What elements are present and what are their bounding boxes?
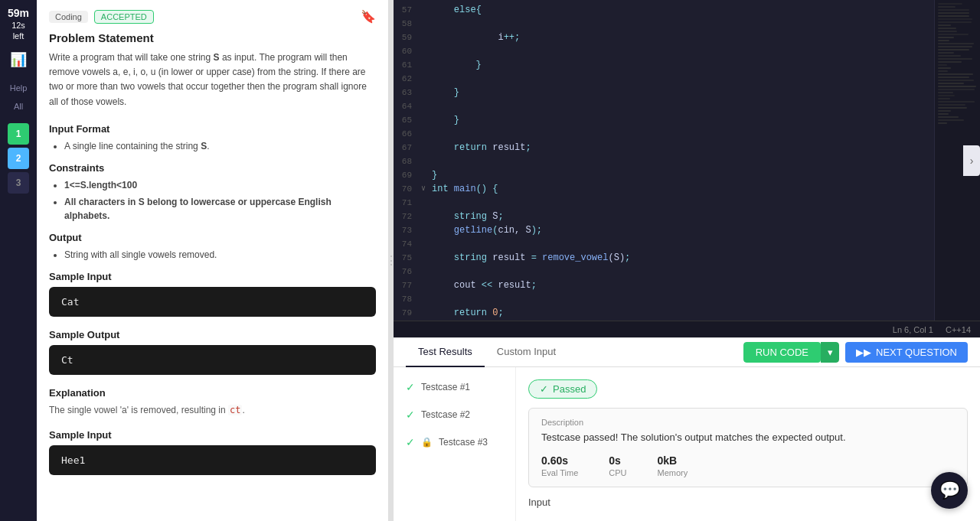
line-content: getline(cin, S); [432, 223, 928, 237]
line-number: 65 [400, 113, 421, 127]
minimap-line [938, 15, 969, 17]
tab-custom-input[interactable]: Custom Input [485, 338, 568, 367]
line-number: 58 [400, 17, 421, 31]
line-number: 79 [400, 306, 421, 320]
memory-value: 0kB [658, 454, 688, 467]
minimap-line [938, 37, 954, 38]
line-number: 64 [400, 99, 421, 113]
minimap-line [938, 28, 956, 29]
accepted-tag: ACCEPTED [94, 10, 154, 24]
input-section-label: Input [528, 497, 968, 508]
line-content: return result; [432, 141, 928, 155]
minimap-line [938, 89, 975, 90]
minimap-line [938, 64, 947, 66]
testcase-item-2[interactable]: ✓ Testcase #2 [394, 401, 515, 428]
line-number: 80 [400, 320, 421, 321]
bar-chart-icon[interactable]: 📊 [7, 48, 30, 71]
code-line: 62 [394, 72, 934, 86]
output-title: Output [49, 232, 376, 243]
code-line: 78 [394, 292, 934, 306]
passed-label: Passed [553, 383, 586, 395]
line-number: 60 [400, 44, 421, 58]
collapse-panel-button[interactable]: › [963, 145, 980, 176]
line-content: cout << result; [432, 278, 928, 292]
sample-input-value-1: Cat [61, 296, 79, 308]
bookmark-icon[interactable]: 🔖 [361, 9, 376, 24]
line-gutter: ∨ [421, 182, 432, 196]
minimap-line [938, 3, 962, 5]
testcase-item-3[interactable]: ✓ 🔒 Testcase #3 [394, 428, 515, 456]
editor-wrapper: 57 else{5859 i++;6061 }6263 }6465 }6667 … [394, 0, 980, 321]
line-number: 59 [400, 31, 421, 44]
minimap-line [938, 31, 957, 32]
minimap-line [938, 104, 965, 106]
cpu-label: CPU [609, 468, 626, 477]
testcase-1-check-icon: ✓ [406, 381, 415, 393]
minimap-line [938, 21, 972, 23]
problem-num-2[interactable]: 2 [8, 148, 29, 169]
problem-num-3[interactable]: 3 [8, 172, 29, 194]
sample-input-title-2: Sample Input [49, 429, 376, 441]
code-line: 68 [394, 155, 934, 168]
problem-num-1[interactable]: 1 [8, 123, 29, 145]
testcase-item-1[interactable]: ✓ Testcase #1 [394, 373, 515, 401]
minimap-line [938, 46, 972, 47]
code-line: 77 cout << result; [394, 278, 934, 292]
problem-description: Write a program that will take one strin… [49, 50, 376, 109]
language-label: C++14 [946, 325, 971, 334]
line-content: string S; [432, 210, 928, 223]
minimap-line [938, 9, 969, 11]
code-line: 80} [394, 320, 934, 321]
testcase-2-label: Testcase #2 [421, 409, 470, 420]
minimap-line [938, 52, 954, 54]
output-list: String with all single vowels removed. [64, 248, 376, 265]
minimap-line [938, 70, 948, 72]
line-number: 62 [400, 72, 421, 86]
metric-cpu: 0s CPU [609, 454, 626, 477]
code-line: 59 i++; [394, 31, 934, 44]
metric-memory: 0kB Memory [658, 454, 688, 477]
minimap-line [938, 58, 972, 60]
code-line: 64 [394, 99, 934, 113]
next-question-button[interactable]: ▶▶ NEXT QUESTION [845, 342, 968, 363]
minimap-line [938, 107, 967, 109]
bottom-tabs: Test Results Custom Input RUN CODE ▾ ▶▶ … [394, 338, 980, 367]
minimap-line [938, 34, 969, 35]
run-code-button[interactable]: RUN CODE [743, 342, 821, 363]
code-line: 58 [394, 17, 934, 31]
input-format-list: A single line containing the string S. [64, 139, 376, 156]
chat-icon: 💬 [939, 480, 960, 500]
help-label[interactable]: Help [10, 83, 28, 93]
timer-left: left [8, 31, 29, 41]
minimap-line [938, 49, 969, 50]
line-content: return 0; [432, 306, 928, 320]
chat-bubble-button[interactable]: 💬 [931, 472, 968, 509]
bottom-content: ✓ Testcase #1 ✓ Testcase #2 ✓ 🔒 Testcase… [394, 367, 980, 521]
problem-panel: Coding ACCEPTED 🔖 Problem Statement Writ… [37, 0, 389, 521]
all-label[interactable]: All [14, 102, 23, 111]
next-question-label: NEXT QUESTION [876, 347, 957, 358]
line-number: 73 [400, 223, 421, 237]
run-code-arrow-button[interactable]: ▾ [821, 342, 839, 363]
explanation-title: Explanation [49, 387, 376, 399]
code-line: 60 [394, 44, 934, 58]
sample-output-value: Ct [61, 354, 74, 366]
status-bar: Ln 6, Col 1 C++14 [394, 321, 980, 337]
minimap-line [938, 86, 976, 87]
testcase-detail: ✓ Passed Description Testcase passed! Th… [516, 367, 980, 521]
code-line: 70∨int main() { [394, 182, 934, 196]
explanation-code: ct [228, 405, 242, 415]
line-number: 78 [400, 292, 421, 306]
minimap-line [938, 98, 950, 99]
line-content: string result = remove_vowel(S); [432, 251, 928, 265]
passed-badge: ✓ Passed [528, 379, 597, 399]
tab-test-results[interactable]: Test Results [406, 338, 485, 367]
problem-header: Coding ACCEPTED 🔖 [49, 9, 376, 24]
code-line: 69} [394, 168, 934, 182]
line-number: 68 [400, 155, 421, 168]
code-editor[interactable]: 57 else{5859 i++;6061 }6263 }6465 }6667 … [394, 0, 934, 321]
minimap-line [938, 43, 974, 44]
explanation-text: The single vowel 'a' is removed, resulti… [49, 403, 376, 417]
sample-output-title: Sample Output [49, 329, 376, 340]
line-number: 69 [400, 168, 421, 182]
